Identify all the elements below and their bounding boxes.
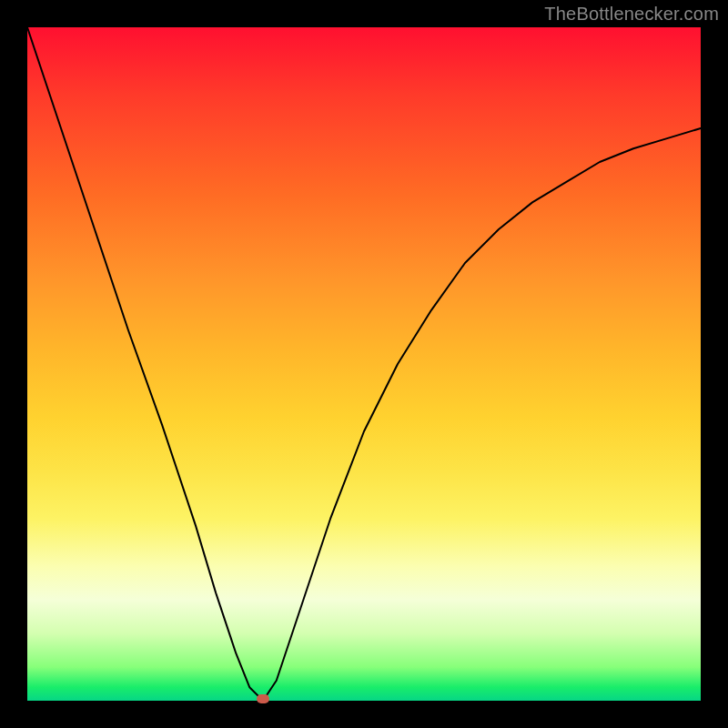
watermark-text: TheBottlenecker.com [544, 4, 719, 25]
bottleneck-curve [27, 27, 701, 701]
chart-frame: TheBottlenecker.com [0, 0, 728, 728]
curve-path [27, 27, 701, 701]
plot-area [27, 27, 701, 701]
min-marker [257, 694, 269, 703]
